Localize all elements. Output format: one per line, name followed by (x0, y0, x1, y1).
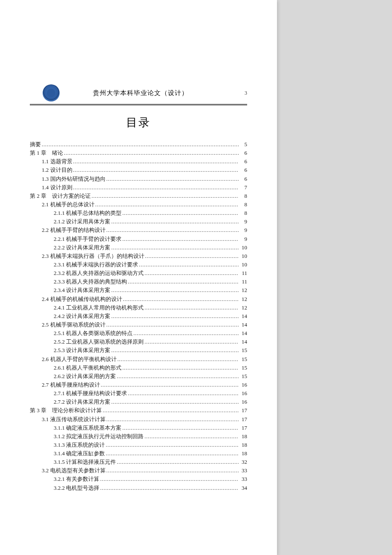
toc-entry-page: 15 (239, 372, 247, 381)
toc-entry-page: 33 (239, 466, 247, 475)
university-logo-icon (43, 84, 60, 101)
toc-leader-dots (128, 278, 239, 286)
toc-entry-label: 2.2 机械手手臂的结构设计 (42, 226, 106, 234)
toc-leader-dots (122, 364, 239, 372)
toc-leader-dots (100, 475, 239, 483)
toc-entry: 2.5.2 工业机器人驱动系统的选择原则14 (54, 338, 247, 346)
toc-entry: 3.1.2 拟定液压执行元件运动控制回路18 (54, 432, 247, 441)
toc-entry-page: 16 (239, 381, 247, 389)
toc-entry-label: 2.6.1 机器人平衡机构的形式 (54, 364, 121, 372)
toc-entry: 2.6.2 设计具体采用的方案15 (54, 372, 247, 381)
toc-entry: 2.3.3 机器人夹持器的典型结构11 (54, 278, 247, 286)
toc-leader-dots (106, 449, 239, 458)
toc-entry: 2.4 机械手的机械传动机构的设计12 (42, 295, 247, 304)
toc-leader-dots (117, 458, 239, 466)
toc-entry: 2.6.1 机器人平衡机构的形式15 (54, 364, 247, 372)
toc-entry: 2.5.3 设计具体采用方案15 (54, 346, 247, 355)
toc-entry: 2.1 机械手的总体设计8 (42, 200, 247, 209)
toc-entry-label: 摘要 (30, 140, 41, 149)
toc-entry: 2.7 机械手腰座结构设计16 (42, 381, 247, 389)
toc-leader-dots (73, 183, 239, 192)
toc-entry-label: 2.5.2 工业机器人驱动系统的选择原则 (54, 338, 144, 346)
toc-leader-dots (101, 381, 239, 389)
toc-entry: 第 3 章 理论分析和设计计算17 (30, 406, 247, 415)
toc-entry-label: 2.4.1 工业机器人常用的传动机构形式 (54, 304, 144, 312)
toc-entry-label: 1.2 设计目的 (42, 166, 72, 174)
toc-leader-dots (107, 175, 239, 183)
toc-entry-label: 2.2.2 设计具体采用方案 (54, 243, 110, 252)
toc-leader-dots (145, 252, 239, 260)
toc-entry-label: 3.1.4 确定液压缸参数 (54, 449, 105, 458)
toc-entry-label: 3.1.2 拟定液压执行元件运动控制回路 (54, 432, 144, 441)
header-page-number: 3 (239, 90, 247, 96)
toc-entry-page: 14 (239, 321, 247, 329)
toc-entry-label: 2.7 机械手腰座结构设计 (42, 381, 100, 389)
toc-heading: 目录 (30, 115, 247, 130)
toc-leader-dots (92, 192, 239, 200)
toc-entry: 2.3.1 机械手末端执行器的设计要求10 (54, 260, 247, 269)
toc-leader-dots (107, 466, 239, 475)
toc-entry: 2.4.1 工业机器人常用的传动机构形式12 (54, 304, 247, 312)
toc-entry-page: 33 (239, 475, 247, 483)
toc-entry-label: 3.1 液压传动系统设计计算 (42, 415, 106, 424)
toc-entry-label: 2.5.3 设计具体采用方案 (54, 346, 110, 355)
toc-entry-page: 14 (239, 338, 247, 346)
toc-leader-dots (122, 209, 239, 217)
toc-entry-page: 11 (239, 269, 247, 278)
toc-entry-label: 3.1.3 液压系统的设计 (54, 441, 105, 449)
toc-entry: 2.2.2 设计具体采用方案10 (54, 243, 247, 252)
toc-entry-page: 15 (239, 364, 247, 372)
toc-entry: 2.3.2 机器人夹持器的运动和驱动方式11 (54, 269, 247, 278)
toc-entry: 1.3 国内外钻研情况与趋向6 (42, 175, 247, 183)
toc-leader-dots (144, 304, 239, 312)
toc-entry: 2.5.1 机器人各类驱动系统的特点14 (54, 329, 247, 338)
toc-entry-label: 第 3 章 理论分析和设计计算 (30, 406, 102, 415)
toc-entry-label: 2.5.1 机器人各类驱动系统的特点 (54, 329, 133, 338)
toc-entry-label: 3.1.5 计算和选择液压元件 (54, 458, 116, 466)
toc-entry-label: 2.6 机器人手臂的平衡机构设计 (42, 355, 117, 364)
table-of-contents: 摘要5第 1 章 绪论61.1 选题背景61.2 设计目的61.3 国内外钻研情… (30, 140, 247, 492)
toc-leader-dots (103, 406, 239, 415)
toc-entry-label: 第 1 章 绪论 (30, 149, 63, 157)
toc-entry: 2.3.4 设计具体采用方案12 (54, 286, 247, 295)
toc-entry-label: 1.4 设计原则 (42, 183, 72, 192)
toc-entry: 1.2 设计目的6 (42, 166, 247, 174)
toc-leader-dots (111, 217, 239, 226)
toc-entry-page: 18 (239, 441, 247, 449)
toc-entry-page: 9 (239, 217, 247, 226)
toc-entry: 摘要5 (30, 140, 247, 149)
toc-entry: 1.4 设计原则7 (42, 183, 247, 192)
toc-entry: 3.2.2 电机型号选择34 (54, 484, 247, 492)
toc-entry-page: 12 (239, 295, 247, 304)
toc-entry: 2.7.2 设计具体采用方案16 (54, 398, 247, 406)
toc-entry-page: 10 (239, 243, 247, 252)
toc-entry-page: 9 (239, 226, 247, 234)
toc-leader-dots (111, 243, 239, 252)
toc-entry-page: 8 (239, 209, 247, 217)
toc-entry-page: 10 (239, 260, 247, 269)
toc-leader-dots (111, 312, 239, 321)
toc-entry-label: 2.1 机械手的总体设计 (42, 200, 95, 209)
page-wrapper: 贵州大学本科毕业论文（设计） 3 目录 摘要5第 1 章 绪论61.1 选题背景… (0, 0, 392, 555)
toc-leader-dots (111, 286, 239, 295)
toc-leader-dots (111, 398, 239, 406)
toc-entry: 2.1.1 机械手总体结构的类型8 (54, 209, 247, 217)
toc-entry-label: 2.7.1 机械手腰座结构设计要求 (54, 389, 127, 398)
toc-entry-page: 11 (239, 278, 247, 286)
toc-leader-dots (118, 355, 239, 364)
toc-leader-dots (100, 484, 239, 492)
document-page: 贵州大学本科毕业论文（设计） 3 目录 摘要5第 1 章 绪论61.1 选题背景… (0, 0, 277, 555)
toc-entry-label: 3.1.1 确定液压系统基本方案 (54, 424, 121, 432)
toc-entry-page: 12 (239, 286, 247, 295)
toc-entry-page: 34 (239, 484, 247, 492)
toc-leader-dots (123, 295, 239, 304)
toc-entry-label: 2.3.1 机械手末端执行器的设计要求 (54, 260, 138, 269)
toc-entry-label: 2.2.1 机械手手臂的设计要求 (54, 235, 121, 243)
toc-entry-label: 2.4.2 设计具体采用方案 (54, 312, 110, 321)
toc-entry: 3.1.4 确定液压缸参数18 (54, 449, 247, 458)
toc-leader-dots (144, 338, 239, 346)
toc-entry-page: 6 (239, 166, 247, 174)
toc-leader-dots (73, 157, 239, 166)
toc-entry-page: 32 (239, 458, 247, 466)
toc-leader-dots (133, 329, 239, 338)
